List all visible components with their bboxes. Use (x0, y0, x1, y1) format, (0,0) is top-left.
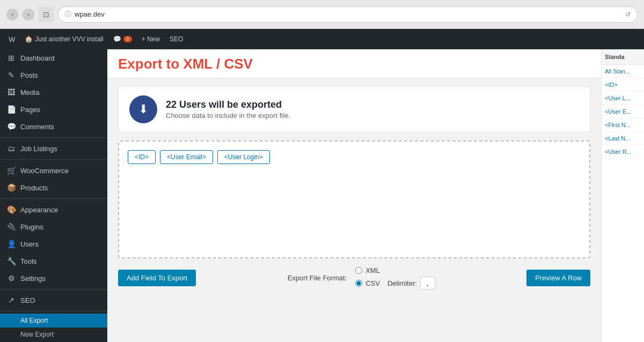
right-panel-item-user-email[interactable]: <User E... (602, 105, 644, 118)
new-item[interactable]: + New (137, 33, 164, 45)
products-icon: 📦 (6, 183, 16, 192)
sidebar-item-label: Pages (20, 106, 40, 114)
sidebar-item-comments[interactable]: 💬 Comments (0, 118, 107, 135)
sidebar-item-label: Media (20, 88, 39, 96)
forward-button[interactable]: › (23, 9, 34, 20)
sidebar-item-products[interactable]: 📦 Products (0, 179, 107, 196)
settings-icon: ⚙ (6, 274, 16, 282)
sidebar-item-seo[interactable]: ↗ SEO (0, 292, 107, 309)
sidebar-divider-5 (0, 311, 107, 311)
comment-icon: 💬 (113, 35, 121, 43)
woocommerce-icon: 🛒 (6, 166, 16, 175)
right-panel-item-last-name[interactable]: <Last N... (602, 132, 644, 145)
sidebar-item-label: Appearance (20, 206, 58, 214)
sidebar-item-label: Job Listings (20, 145, 57, 153)
export-format-label: Export File Format: (288, 274, 347, 282)
wp-logo-item[interactable]: W (4, 33, 19, 46)
xml-radio[interactable] (355, 267, 362, 274)
bottom-bar: Add Field To Export Export File Format: … (118, 266, 590, 289)
browser-chrome: ‹ › ⊡ ⓘ wpae.dev ↺ (0, 0, 644, 29)
csv-radio-row: CSV Delimiter: (355, 277, 435, 289)
site-name: Just another VVV install (35, 35, 103, 43)
pages-icon: 📄 (6, 105, 16, 114)
right-panel-item-user-login[interactable]: <User L... (602, 92, 644, 105)
sidebar-item-label: Comments (20, 123, 54, 131)
export-unit: Users will be exported (179, 99, 282, 110)
sidebar-item-appearance[interactable]: 🎨 Appearance (0, 201, 107, 218)
right-panel-item-first-name[interactable]: <First N... (602, 118, 644, 132)
field-builder: <ID> <User Email> <User Login> (118, 140, 590, 258)
sidebar-item-posts[interactable]: ✎ Posts (0, 66, 107, 84)
sidebar-divider-3 (0, 198, 107, 199)
seo-icon: ↗ (6, 296, 16, 304)
export-sub: Choose data to include in the export fil… (166, 111, 290, 120)
right-panel-header: Standa (602, 49, 644, 65)
back-button[interactable]: ‹ (6, 9, 18, 20)
site-name-item[interactable]: 🏠 Just another VVV install (20, 33, 107, 45)
sidebar-divider-1 (0, 137, 107, 138)
sidebar-item-dashboard[interactable]: ⊞ Dashboard (0, 49, 107, 66)
comments-item[interactable]: 💬 0 (109, 33, 136, 45)
field-tag-id[interactable]: <ID> (128, 150, 156, 164)
address-bar[interactable]: ⓘ wpae.dev ↺ (58, 6, 638, 23)
field-tags: <ID> <User Email> <User Login> (128, 150, 581, 164)
media-icon: 🖼 (6, 88, 16, 96)
export-count: 22 Users will be exported (166, 99, 290, 110)
sidebar-item-label: Settings (20, 274, 46, 282)
tab-icon: ⊡ (39, 7, 54, 22)
new-label: + New (142, 35, 160, 43)
xml-label[interactable]: XML (365, 266, 380, 274)
csv-label[interactable]: CSV (365, 279, 380, 287)
sidebar-sub-all-export[interactable]: All Export (0, 314, 107, 328)
export-info-box: ⬇ 22 Users will be exported Choose data … (118, 86, 590, 132)
sidebar-item-job-listings[interactable]: 🗂 Job Listings (0, 140, 107, 157)
comments-icon: 💬 (6, 122, 16, 131)
content-area: Export to XML / CSV ⬇ 22 Users will be e… (107, 49, 601, 342)
add-field-button[interactable]: Add Field To Export (118, 270, 196, 286)
sidebar-item-settings[interactable]: ⚙ Settings (0, 270, 107, 287)
add-field-label: Add Field To Export (127, 274, 187, 282)
export-info-text: 22 Users will be exported Choose data to… (166, 99, 290, 120)
preview-btn-label: Preview A Row (535, 274, 582, 282)
page-title: Export to XML / CSV (118, 56, 590, 72)
delimiter-label: Delimiter: (387, 279, 417, 287)
field-tag-user-login[interactable]: <User Login> (217, 150, 270, 164)
sidebar-sub-new-export[interactable]: New Export (0, 328, 107, 341)
plugins-icon: 🔌 (6, 222, 16, 231)
refresh-icon[interactable]: ↺ (625, 11, 631, 18)
seo-item[interactable]: SEO (165, 33, 187, 45)
sidebar-item-pages[interactable]: 📄 Pages (0, 101, 107, 118)
sidebar-item-label: Posts (20, 71, 38, 79)
xml-radio-row: XML (355, 266, 435, 274)
browser-tabs: ⊡ (39, 7, 54, 22)
sidebar-item-media[interactable]: 🖼 Media (0, 84, 107, 101)
sidebar: ⊞ Dashboard ✎ Posts 🖼 Media 📄 Pages 💬 Co… (0, 49, 107, 342)
right-panel-item-user-r[interactable]: <User R... (602, 145, 644, 159)
field-tag-user-email[interactable]: <User Email> (160, 150, 213, 164)
right-panel-item-all-standard[interactable]: All Stan... (602, 65, 644, 78)
url-text: wpae.dev (75, 10, 105, 18)
seo-label: SEO (170, 35, 183, 43)
page-title-bar: Export to XML / CSV (107, 49, 601, 78)
export-format-radio-group: XML CSV Delimiter: (355, 266, 435, 289)
main-layout: ⊞ Dashboard ✎ Posts 🖼 Media 📄 Pages 💬 Co… (0, 49, 644, 342)
delimiter-input[interactable] (420, 277, 435, 289)
preview-row-button[interactable]: Preview A Row (526, 270, 590, 286)
posts-icon: ✎ (6, 71, 16, 79)
right-panel-item-id[interactable]: <ID> (602, 78, 644, 92)
sidebar-item-label: Users (20, 240, 39, 248)
new-export-label: New Export (20, 331, 54, 338)
sidebar-item-label: SEO (20, 296, 35, 304)
sidebar-item-users[interactable]: 👤 Users (0, 235, 107, 252)
sidebar-item-plugins[interactable]: 🔌 Plugins (0, 218, 107, 235)
export-format-group: Export File Format: XML CSV Delimiter: (288, 266, 435, 289)
csv-radio[interactable] (355, 280, 362, 287)
export-number: 22 (166, 99, 179, 110)
wp-admin-bar: W 🏠 Just another VVV install 💬 0 + New S… (0, 29, 644, 49)
job-listings-icon: 🗂 (6, 144, 16, 153)
download-icon: ⬇ (138, 102, 148, 116)
sidebar-item-woocommerce[interactable]: 🛒 WooCommerce (0, 162, 107, 179)
wp-logo: W (9, 35, 15, 43)
sidebar-item-tools[interactable]: 🔧 Tools (0, 252, 107, 270)
all-export-label: All Export (20, 317, 48, 324)
